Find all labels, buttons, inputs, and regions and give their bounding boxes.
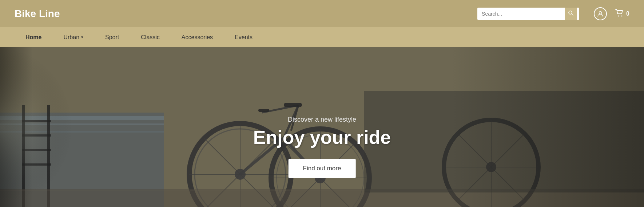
hero-subtitle: Discover a new lifestyle [253, 116, 391, 123]
cart-count: 0 [626, 11, 629, 17]
nav-item-accessories[interactable]: Accessories [171, 27, 224, 47]
hero-title: Enjoy your ride [253, 126, 391, 148]
nav-item-urban[interactable]: Urban ▾ [52, 27, 94, 47]
hero-cta-button[interactable]: Find out more [289, 159, 356, 178]
svg-point-4 [621, 15, 623, 16]
cart-icon [614, 8, 624, 19]
search-bar [477, 8, 579, 20]
nav-item-classic[interactable]: Classic [130, 27, 171, 47]
navigation: Home Urban ▾ Sport Classic Accessories E… [0, 27, 644, 47]
header-icons: 0 [594, 7, 629, 20]
nav-item-sport[interactable]: Sport [94, 27, 130, 47]
header: Bike Line [0, 0, 644, 27]
nav-item-home[interactable]: Home [15, 27, 52, 47]
svg-point-2 [599, 11, 602, 14]
cart-button[interactable]: 0 [614, 8, 629, 19]
user-account-button[interactable] [594, 7, 607, 20]
chevron-down-icon: ▾ [81, 35, 83, 40]
search-button[interactable] [565, 8, 577, 20]
user-icon [594, 7, 607, 20]
site-logo[interactable]: Bike Line [15, 8, 477, 20]
hero-content: Discover a new lifestyle Enjoy your ride… [253, 116, 391, 178]
svg-line-1 [572, 14, 573, 15]
nav-item-events[interactable]: Events [224, 27, 263, 47]
hero-section: Discover a new lifestyle Enjoy your ride… [0, 47, 644, 207]
search-input[interactable] [477, 8, 565, 20]
svg-point-3 [618, 15, 619, 16]
